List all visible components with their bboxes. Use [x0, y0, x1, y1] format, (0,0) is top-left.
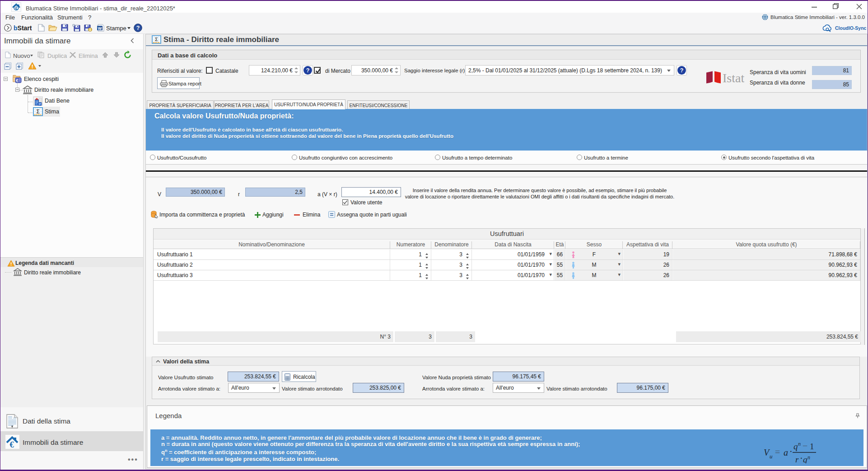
svg-text:Σ: Σ: [36, 108, 39, 115]
svg-text:W: W: [98, 26, 102, 31]
svg-text:Σ: Σ: [155, 37, 158, 42]
svg-text:?: ?: [680, 67, 684, 74]
svg-text:n: n: [807, 454, 810, 461]
svg-text:€: €: [15, 5, 18, 10]
svg-text:u: u: [770, 453, 773, 460]
svg-text:r: r: [795, 455, 799, 463]
svg-text:·: ·: [789, 447, 793, 457]
svg-text:−: −: [803, 441, 807, 451]
svg-text:·: ·: [800, 453, 803, 463]
svg-text:?: ?: [136, 25, 140, 31]
svg-text:?: ?: [306, 67, 310, 74]
svg-text:=: =: [775, 447, 780, 457]
svg-text:Istat: Istat: [723, 71, 744, 84]
svg-text:q: q: [793, 442, 798, 451]
svg-text:€: €: [9, 440, 14, 449]
svg-text:a: a: [784, 447, 788, 457]
svg-text:q: q: [803, 455, 807, 463]
svg-text:n: n: [798, 441, 801, 447]
svg-text:1: 1: [810, 442, 814, 451]
